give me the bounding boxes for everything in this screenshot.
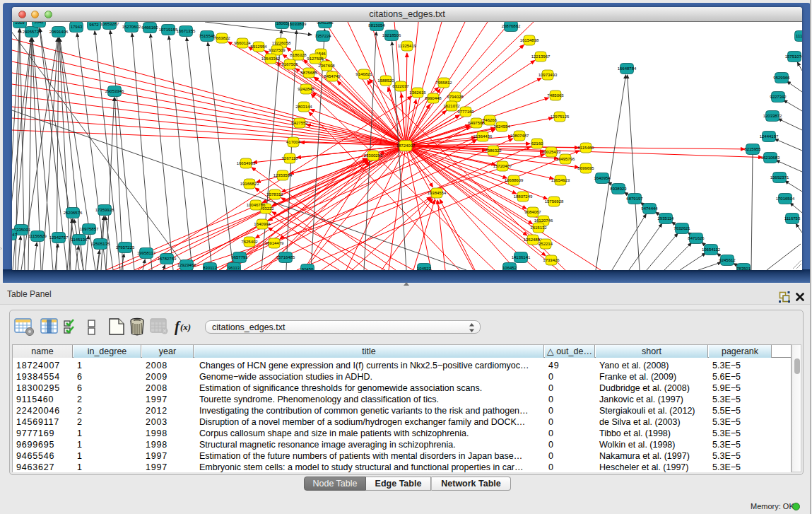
svg-text:10973493: 10973493 [539,73,558,77]
svg-text:11325419: 11325419 [398,44,417,48]
svg-text:15751074: 15751074 [785,54,802,59]
svg-text:7955812: 7955812 [435,81,452,85]
svg-text:11156829: 11156829 [28,234,47,238]
svg-text:16914479: 16914479 [265,241,284,245]
svg-text:15720407: 15720407 [493,164,512,168]
svg-text:8454749: 8454749 [324,74,341,78]
svg-text:1145134: 1145134 [71,238,88,242]
svg-text:9242848: 9242848 [298,87,314,91]
svg-text:12975125: 12975125 [551,115,570,119]
svg-text:17359928: 17359928 [95,208,114,212]
svg-text:19166823: 19166823 [240,182,259,186]
svg-text:15692371: 15692371 [770,175,789,180]
svg-text:8471626: 8471626 [688,236,705,240]
svg-text:746266: 746266 [483,118,498,122]
svg-text:8990448: 8990448 [425,96,442,100]
svg-text:7663822: 7663822 [213,36,230,40]
svg-text:6497568: 6497568 [468,121,485,125]
svg-text:20876862: 20876862 [502,24,521,28]
svg-text:17957225: 17957225 [116,245,135,250]
svg-text:8186328: 8186328 [290,53,307,57]
svg-text:1588520: 1588520 [377,78,394,83]
svg-text:3578312: 3578312 [266,192,283,197]
svg-text:3267110: 3267110 [282,156,299,160]
svg-text:16033809: 16033809 [288,22,307,26]
svg-text:12942757: 12942757 [49,235,69,240]
svg-text:17943: 17943 [71,25,83,29]
svg-text:16648784: 16648784 [618,66,637,71]
svg-text:12213967: 12213967 [531,54,551,59]
svg-text:1362615: 1362615 [409,90,426,95]
svg-text:830112: 830112 [203,266,217,270]
svg-text:6879197: 6879197 [626,197,643,201]
svg-text:7357224: 7357224 [314,34,331,38]
svg-text:62160: 62160 [531,141,543,146]
svg-text:16120746: 16120746 [534,218,553,223]
svg-text:15270602: 15270602 [122,25,141,29]
svg-text:8813054: 8813054 [368,23,385,28]
svg-text:9115460: 9115460 [578,146,595,150]
svg-text:96113: 96113 [228,266,240,270]
svg-text:106452: 106452 [502,266,517,270]
svg-text:1640994: 1640994 [254,222,271,226]
svg-text:7632621: 7632621 [673,226,690,230]
svg-text:10653287: 10653287 [100,22,119,26]
svg-text:783501: 783501 [736,267,751,270]
svg-text:1640954: 1640954 [594,176,611,180]
svg-text:9777169: 9777169 [457,110,474,114]
svg-text:13495796: 13495796 [556,157,575,161]
svg-text:8699695: 8699695 [577,166,594,170]
svg-text:10719155: 10719155 [159,28,178,32]
svg-text:12505135: 12505135 [91,242,110,246]
svg-text:1733426: 1733426 [543,258,560,262]
svg-text:15716485: 15716485 [276,255,295,259]
svg-text:13654923: 13654923 [551,178,570,182]
svg-text:252214: 252214 [539,242,553,246]
svg-text:9167505: 9167505 [281,62,298,66]
svg-text:1019: 1019 [15,22,25,25]
svg-text:21364436: 21364436 [473,134,493,139]
svg-text:18724007: 18724007 [396,144,416,148]
svg-text:10688609: 10688609 [505,178,524,182]
svg-text:2367608: 2367608 [318,64,335,68]
svg-text:10046786: 10046786 [247,203,266,207]
svg-text:16210683: 16210683 [761,156,780,160]
svg-text:6794028: 6794028 [447,95,464,99]
svg-text:18807249: 18807249 [514,194,533,199]
svg-text:18065: 18065 [276,22,288,25]
svg-text:3624554: 3624554 [493,124,510,129]
svg-text:16782759: 16782759 [158,257,177,261]
svg-text:17016504: 17016504 [776,197,795,201]
svg-text:8215955: 8215955 [744,147,761,151]
svg-text:5042: 5042 [34,22,44,24]
svg-text:(x): (x) [180,322,191,332]
svg-text:9672: 9672 [89,23,99,27]
svg-text:12353594: 12353594 [273,173,293,177]
svg-text:104522: 104522 [417,267,432,270]
svg-text:1621072: 1621072 [443,104,460,108]
svg-text:10543362: 10543362 [261,57,281,61]
svg-text:6466160: 6466160 [141,25,158,30]
svg-text:13226058: 13226058 [272,41,291,45]
svg-text:9041285: 9041285 [317,22,334,25]
svg-text:9084067: 9084067 [524,210,541,214]
svg-text:1116753: 1116753 [784,216,801,221]
svg-text:19218506: 19218506 [382,33,401,37]
svg-text:5875685: 5875685 [300,71,317,75]
svg-text:10654112: 10654112 [702,247,721,252]
svg-text:16671355: 16671355 [177,29,196,33]
svg-text:1615132: 1615132 [530,226,547,230]
svg-text:9474444: 9474444 [641,206,658,211]
svg-text:7986322: 7986322 [485,148,502,153]
svg-text:11123: 11123 [796,34,802,38]
svg-text:16154838: 16154838 [520,38,539,42]
svg-text:9127505: 9127505 [307,57,324,61]
svg-text:6322037: 6322037 [392,84,409,88]
svg-text:12444197: 12444197 [760,134,779,139]
svg-text:14136141: 14136141 [512,255,531,259]
svg-text:9327509: 9327509 [269,48,286,52]
svg-text:6427552: 6427552 [291,121,308,125]
svg-text:9529966: 9529966 [773,76,790,80]
svg-text:10025433: 10025433 [542,150,561,154]
svg-text:9227342: 9227342 [770,95,787,99]
